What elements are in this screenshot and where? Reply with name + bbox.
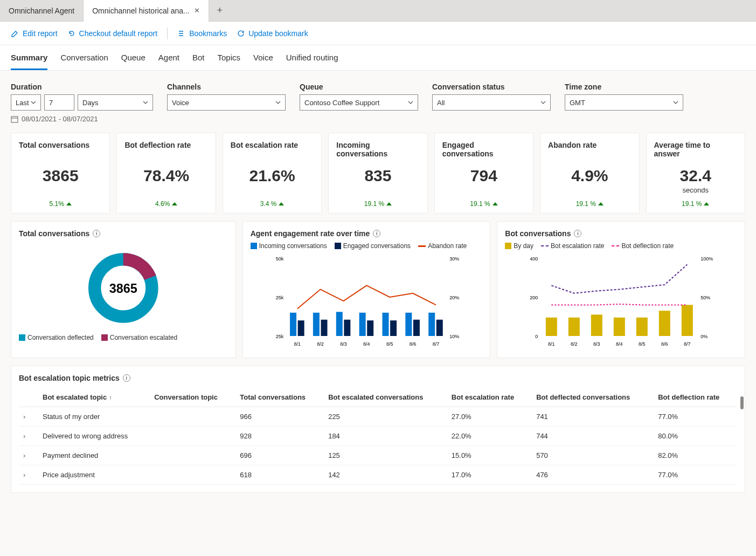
col-bot-escalation-rate[interactable]: Bot escalation rate bbox=[447, 388, 532, 407]
cell-total: 966 bbox=[235, 407, 324, 427]
svg-text:25k: 25k bbox=[275, 334, 283, 339]
tab-label: Omnichannel historical ana... bbox=[92, 6, 190, 15]
checkout-report-button[interactable]: Checkout default report bbox=[67, 29, 158, 38]
kpi-value: 4.9% bbox=[548, 167, 631, 185]
table-row[interactable]: › Delivered to wrong address 928 184 22.… bbox=[19, 427, 737, 446]
svg-text:8/5: 8/5 bbox=[386, 341, 393, 347]
col-bot-escalated-conv[interactable]: Bot escalated conversations bbox=[324, 388, 447, 407]
toolbar-separator bbox=[167, 28, 168, 39]
svg-text:3865: 3865 bbox=[109, 282, 137, 296]
tab-historical-analytics[interactable]: Omnichannel historical ana... ✕ bbox=[84, 0, 209, 22]
col-bot-escalated-topic[interactable]: Bot escalated topic↑ bbox=[38, 388, 150, 407]
duration-last-dropdown[interactable]: Last bbox=[11, 94, 41, 111]
tab-agent[interactable]: Agent bbox=[158, 53, 179, 70]
cell-escalated: 184 bbox=[324, 427, 447, 446]
scrollbar-thumb[interactable] bbox=[740, 396, 744, 409]
svg-rect-22 bbox=[382, 313, 389, 336]
legend-item: Conversation deflected bbox=[19, 334, 94, 341]
col-bot-deflection-rate[interactable]: Bot deflection rate bbox=[654, 388, 737, 407]
bookmarks-button[interactable]: Bookmarks bbox=[177, 29, 227, 38]
filter-channels: Channels Voice bbox=[167, 83, 286, 111]
svg-text:50%: 50% bbox=[701, 295, 711, 300]
tab-omnichannel-agent[interactable]: Omnichannel Agent bbox=[0, 0, 84, 22]
table-title: Bot escalation topic metrics i bbox=[19, 374, 737, 382]
svg-rect-39 bbox=[568, 318, 580, 336]
tab-topics[interactable]: Topics bbox=[218, 53, 241, 70]
filter-label: Queue bbox=[300, 83, 418, 91]
cell-topic: Status of my order bbox=[38, 407, 150, 427]
queue-dropdown[interactable]: Contoso Coffee Support bbox=[300, 94, 418, 111]
add-tab-button[interactable]: + bbox=[209, 5, 231, 16]
channels-dropdown[interactable]: Voice bbox=[167, 94, 286, 111]
svg-rect-16 bbox=[336, 312, 342, 336]
table-row[interactable]: › Price adjustment 618 142 17.0% 476 77.… bbox=[19, 465, 737, 485]
tab-conversation[interactable]: Conversation bbox=[60, 53, 108, 70]
svg-text:8/5: 8/5 bbox=[639, 341, 646, 347]
date-range-display: 08/01/2021 - 08/07/2021 bbox=[11, 115, 745, 123]
svg-text:8/2: 8/2 bbox=[317, 341, 324, 347]
kpi-title: Total conversations bbox=[19, 141, 102, 161]
tab-summary[interactable]: Summary bbox=[11, 53, 47, 70]
update-bookmark-button[interactable]: Update bookmark bbox=[237, 29, 308, 38]
chevron-right-icon[interactable]: › bbox=[23, 432, 34, 440]
duration-number-input[interactable]: 7 bbox=[44, 94, 74, 111]
chart-legend: Conversation deflected Conversation esca… bbox=[19, 334, 228, 341]
col-conversation-topic[interactable]: Conversation topic bbox=[150, 388, 235, 407]
svg-rect-28 bbox=[428, 313, 435, 336]
svg-text:8/7: 8/7 bbox=[432, 341, 439, 347]
undo-icon bbox=[67, 29, 76, 38]
info-icon[interactable]: i bbox=[123, 374, 130, 382]
info-icon[interactable]: i bbox=[373, 230, 380, 237]
kpi-delta: 19.1 % bbox=[654, 200, 737, 208]
calendar-icon bbox=[11, 115, 18, 123]
tab-unified-routing[interactable]: Unified routing bbox=[286, 53, 338, 70]
kpi-value: 794 bbox=[442, 167, 525, 185]
close-icon[interactable]: ✕ bbox=[194, 6, 200, 15]
svg-text:8/3: 8/3 bbox=[593, 341, 600, 347]
chevron-right-icon[interactable]: › bbox=[23, 471, 34, 479]
svg-text:8/2: 8/2 bbox=[571, 341, 578, 347]
dropdown-value: Contoso Coffee Support bbox=[304, 99, 379, 107]
info-icon[interactable]: i bbox=[93, 230, 100, 237]
edit-report-button[interactable]: Edit report bbox=[11, 29, 58, 38]
cell-conv-topic bbox=[150, 407, 235, 427]
cell-esc-rate: 27.0% bbox=[447, 407, 532, 427]
filter-label: Conversation status bbox=[432, 83, 551, 91]
chevron-right-icon[interactable]: › bbox=[23, 451, 34, 459]
kpi-delta: 3.4 % bbox=[231, 200, 314, 208]
chart-title: Bot conversations i bbox=[505, 229, 737, 238]
info-icon[interactable]: i bbox=[574, 230, 581, 237]
svg-rect-37 bbox=[546, 318, 557, 336]
svg-text:20%: 20% bbox=[449, 295, 459, 300]
cell-deflected: 476 bbox=[532, 465, 654, 485]
cell-esc-rate: 22.0% bbox=[447, 427, 532, 446]
up-arrow-icon bbox=[493, 202, 498, 205]
chevron-down-icon bbox=[408, 100, 413, 105]
table-row[interactable]: › Payment declined 696 125 15.0% 570 82.… bbox=[19, 446, 737, 465]
svg-rect-11 bbox=[297, 320, 304, 336]
col-bot-deflected-conv[interactable]: Bot deflected conversations bbox=[532, 388, 654, 407]
dropdown-value: All bbox=[437, 99, 445, 107]
tab-queue[interactable]: Queue bbox=[121, 53, 145, 70]
duration-unit-dropdown[interactable]: Days bbox=[78, 94, 153, 111]
cell-esc-rate: 17.0% bbox=[447, 465, 532, 485]
col-total-conversations[interactable]: Total conversations bbox=[235, 388, 324, 407]
table-row[interactable]: › Status of my order 966 225 27.0% 741 7… bbox=[19, 407, 737, 427]
svg-text:8/6: 8/6 bbox=[661, 341, 668, 347]
tab-bot[interactable]: Bot bbox=[192, 53, 205, 70]
legend-item: Bot escalation rate bbox=[541, 242, 604, 250]
engagement-chart-svg: 50k25k25k30%20%10%8/18/28/38/48/58/68/7 bbox=[251, 253, 483, 350]
cell-escalated: 142 bbox=[324, 465, 447, 485]
chevron-down-icon bbox=[275, 100, 281, 105]
kpi-delta: 19.1 % bbox=[336, 200, 419, 208]
cell-conv-topic bbox=[150, 446, 235, 465]
kpi-row: Total conversations 3865 5.1% Bot deflec… bbox=[11, 133, 745, 214]
timezone-dropdown[interactable]: GMT bbox=[565, 94, 683, 111]
status-dropdown[interactable]: All bbox=[432, 94, 551, 111]
kpi-delta: 5.1% bbox=[19, 200, 102, 208]
tab-voice[interactable]: Voice bbox=[253, 53, 273, 70]
kpi-card: Abandon rate 4.9% 19.1 % bbox=[540, 133, 639, 214]
chevron-right-icon[interactable]: › bbox=[23, 413, 34, 421]
cell-escalated: 225 bbox=[324, 407, 447, 427]
svg-text:30%: 30% bbox=[449, 256, 459, 262]
